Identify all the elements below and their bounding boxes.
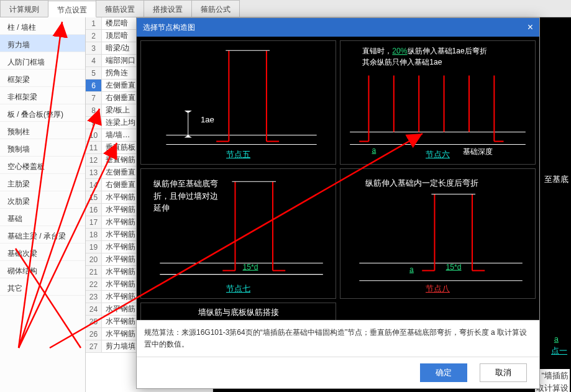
peek-text-node1[interactable]: 点一 <box>551 345 567 357</box>
svg-text:基础深度: 基础深度 <box>463 147 493 156</box>
row-label: 右侧垂直 <box>102 180 139 190</box>
node-five-caption[interactable]: 节点五 <box>226 149 250 160</box>
node-gallery: 1ae 节点五 直锚时，20%纵筋伸入基础1ae后弯折 其余纵筋只伸入基础1ae <box>137 37 539 320</box>
row-number: 10 <box>86 129 102 141</box>
sidebar-item-4[interactable]: 非框架梁 <box>0 87 85 104</box>
node-six-caption[interactable]: 节点六 <box>426 149 450 160</box>
node-seven[interactable]: 纵筋伸至基础底弯折，且伸过墙对边延伸 15*d 节点七 <box>140 168 336 299</box>
sidebar-item-14[interactable]: 砌体结构 <box>0 261 85 278</box>
cancel-button[interactable]: 取消 <box>480 363 527 382</box>
row-number: 18 <box>86 229 102 240</box>
row-label: 垂直筋板 <box>102 142 139 153</box>
row-number: 24 <box>86 303 102 315</box>
tab-calc-rule[interactable]: 计算规则 <box>0 0 48 17</box>
sidebar-item-5[interactable]: 板 / 叠合板(整厚) <box>0 104 85 122</box>
node-eight[interactable]: 纵筋伸入基础内一定长度后弯折 15*d a 节点八 <box>340 168 536 299</box>
dialog-title: 选择节点构造图 <box>143 22 195 33</box>
row-number: 16 <box>86 204 102 216</box>
sidebar-item-2[interactable]: 人防门框墙 <box>0 52 85 70</box>
node-dialog: 选择节点构造图 × 1ae 节点五 直锚时，20%纵筋伸入基础1ae后弯折 <box>136 17 540 389</box>
row-label: 垂直钢筋 <box>102 155 139 165</box>
row-label: 水平钢筋 <box>102 192 139 203</box>
sidebar-item-3[interactable]: 框架梁 <box>0 70 85 87</box>
ok-button[interactable]: 确定 <box>420 363 467 382</box>
sidebar-item-8[interactable]: 空心楼盖板 <box>0 157 85 174</box>
row-label: 水平钢筋 <box>102 291 139 302</box>
row-number: 5 <box>86 67 102 79</box>
row-number: 4 <box>86 55 102 66</box>
row-number: 12 <box>86 154 102 166</box>
node-bottom[interactable]: 墙纵筋与底板纵筋搭接 <box>140 303 336 320</box>
row-number: 15 <box>86 191 102 203</box>
node-eight-caption[interactable]: 节点八 <box>426 283 450 294</box>
tab-bar: 计算规则 节点设置 箍筋设置 搭接设置 箍筋公式 <box>0 0 571 17</box>
row-label: 水平钢筋 <box>102 267 139 277</box>
sidebar-item-15[interactable]: 其它 <box>0 278 85 296</box>
row-label: 水平钢筋 <box>102 242 139 252</box>
row-number: 19 <box>86 241 102 253</box>
node-seven-caption[interactable]: 节点七 <box>226 283 250 294</box>
peek-text-1: 至基底 <box>544 174 569 185</box>
row-number: 11 <box>86 142 102 153</box>
row-number: 3 <box>86 42 102 54</box>
peek-text-4: "墙插筋 <box>540 369 570 383</box>
row-label: 水平钢筋 <box>102 316 139 327</box>
row-number: 14 <box>86 179 102 191</box>
row-label: 水平钢筋 <box>102 329 139 339</box>
tab-lap-settings[interactable]: 搭接设置 <box>144 0 192 17</box>
svg-text:a: a <box>372 146 376 155</box>
dialog-button-row: 确定 取消 <box>137 357 539 388</box>
close-icon[interactable]: × <box>528 22 533 33</box>
row-label: 墙/墙… <box>102 130 134 140</box>
sidebar-item-6[interactable]: 预制柱 <box>0 122 85 139</box>
row-label: 右侧垂直 <box>102 93 139 103</box>
category-sidebar: 柱 / 墙柱剪力墙人防门框墙框架梁非框架梁板 / 叠合板(整厚)预制柱预制墙空心… <box>0 17 86 392</box>
row-number: 22 <box>86 278 102 290</box>
sidebar-item-12[interactable]: 基础主梁 / 承台梁 <box>0 226 85 244</box>
tab-stirrup-formula[interactable]: 箍筋公式 <box>191 0 240 17</box>
node-five[interactable]: 1ae 节点五 <box>140 40 336 165</box>
row-label: 端部洞口 <box>102 55 139 66</box>
row-number: 26 <box>86 328 102 340</box>
row-label: 顶层暗 <box>102 30 132 41</box>
svg-text:1ae: 1ae <box>201 115 214 124</box>
dialog-titlebar: 选择节点构造图 × <box>137 18 539 37</box>
svg-text:其余纵筋只伸入基础1ae: 其余纵筋只伸入基础1ae <box>362 58 442 66</box>
svg-text:a: a <box>409 265 414 274</box>
row-number: 1 <box>86 17 102 29</box>
sidebar-item-11[interactable]: 基础 <box>0 209 85 226</box>
sidebar-item-7[interactable]: 预制墙 <box>0 139 85 157</box>
row-number: 9 <box>86 117 102 129</box>
dialog-footer-note: 规范算法：来源16G101-3第64页的“墙插筋在基础中锚固构造”节点；垂直筋伸… <box>137 320 539 357</box>
node-six[interactable]: 直锚时，20%纵筋伸入基础1ae后弯折 其余纵筋只伸入基础1ae a 基础深度 … <box>340 40 536 165</box>
peek-text-a[interactable]: a <box>554 334 559 344</box>
row-number: 21 <box>86 266 102 278</box>
sidebar-item-1[interactable]: 剪力墙 <box>0 35 85 52</box>
sidebar-item-10[interactable]: 次肋梁 <box>0 191 85 209</box>
tab-node-settings[interactable]: 节点设置 <box>48 1 96 17</box>
row-label: 连梁上均 <box>102 117 139 128</box>
tab-stirrup-settings[interactable]: 箍筋设置 <box>96 0 144 17</box>
row-label: 水平钢筋 <box>102 304 139 314</box>
sidebar-item-0[interactable]: 柱 / 墙柱 <box>0 17 85 35</box>
sidebar-item-9[interactable]: 主肋梁 <box>0 174 85 191</box>
row-label: 水平钢筋 <box>102 279 139 289</box>
row-number: 25 <box>86 316 102 327</box>
row-label: 左侧垂直 <box>102 167 139 178</box>
row-label: 水平钢筋 <box>102 229 139 240</box>
row-number: 20 <box>86 253 102 265</box>
sidebar-item-13[interactable]: 基础次梁 <box>0 244 85 261</box>
row-number: 27 <box>86 340 102 352</box>
row-label: 水平钢筋 <box>102 254 139 265</box>
row-label: 楼层暗 <box>102 18 132 29</box>
row-label: 水平钢筋 <box>102 217 139 227</box>
node-bottom-caption: 墙纵筋与底板纵筋搭接 <box>198 307 279 318</box>
svg-text:15*d: 15*d <box>446 263 462 271</box>
svg-text:15*d: 15*d <box>243 263 258 271</box>
row-label: 暗梁/边 <box>102 43 134 53</box>
row-number: 2 <box>86 30 102 42</box>
row-label: 左侧垂直 <box>102 80 139 91</box>
row-label: 梁/板上 <box>102 105 134 116</box>
peek-text-5: 取计算设 <box>535 381 570 392</box>
row-number: 13 <box>86 166 102 178</box>
